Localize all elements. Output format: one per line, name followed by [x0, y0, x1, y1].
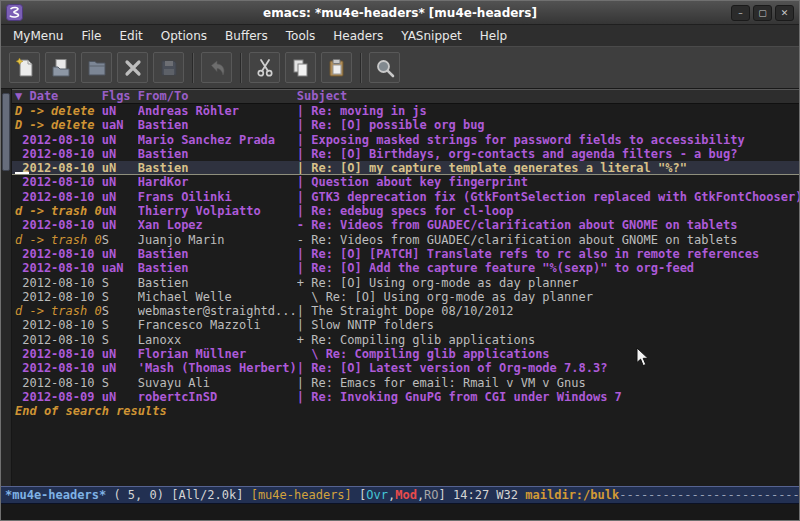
message-from: Bastien — [138, 276, 297, 290]
message-from: Bastien — [138, 261, 297, 275]
message-row[interactable]: 2012-08-10uaNBastien| Re: [O] Add the ca… — [12, 261, 799, 275]
maximize-button[interactable]: ▢ — [753, 5, 772, 21]
message-subject: | Slow NNTP folders — [297, 318, 799, 332]
headers-buffer: D -> deleteuNAndreas Röhler| Re: moving … — [12, 104, 799, 486]
modeline-position: ( 5, 0) [All/2.0k] — [106, 488, 251, 502]
message-row[interactable]: d -> trash 0Swebmaster@straightd...| The… — [12, 304, 799, 318]
menu-item-headers[interactable]: Headers — [324, 27, 392, 45]
dired-button[interactable] — [81, 52, 112, 83]
message-from: robertcInSD — [138, 390, 297, 404]
titlebar[interactable]: emacs: *mu4e-headers* [mu4e-headers] – ▢… — [1, 1, 799, 25]
paste-button[interactable] — [321, 52, 352, 83]
menu-item-buffers[interactable]: Buffers — [216, 27, 277, 45]
menu-item-edit[interactable]: Edit — [111, 27, 152, 45]
menu-item-file[interactable]: File — [72, 27, 110, 45]
message-from: Bastien — [138, 147, 297, 161]
message-row[interactable]: 2012-08-10SMichael Welle \ Re: [O] Using… — [12, 290, 799, 304]
header-column-subject[interactable]: Subject — [297, 90, 799, 103]
toolbar-separator — [192, 53, 194, 83]
scrollbar-thumb[interactable] — [2, 93, 10, 171]
menu-item-help[interactable]: Help — [471, 27, 516, 45]
header-column-date[interactable]: ▼ Date — [15, 90, 102, 103]
message-from: 'Mash (Thomas Herbert) — [138, 361, 297, 375]
search-icon — [374, 57, 396, 79]
message-row[interactable]: 2012-08-10uNBastien| Re: [O] [PATCH] Tra… — [12, 247, 799, 261]
minimize-button[interactable]: – — [731, 5, 750, 21]
message-subject: + Re: Compiling glib applications — [297, 333, 799, 347]
message-row[interactable]: 2012-08-10uNFrans Oilinki| GTK3 deprecat… — [12, 190, 799, 204]
message-from: Florian Müllner — [138, 347, 297, 361]
message-row[interactable]: 2012-08-10uNMario Sanchez Prada| Exposin… — [12, 133, 799, 147]
menu-item-yasnippet[interactable]: YASnippet — [392, 27, 471, 45]
message-flags: S — [102, 290, 138, 304]
new-file-icon — [14, 57, 36, 79]
message-subject: | Re: moving in js — [297, 104, 799, 118]
message-row[interactable]: 2012-08-10uNHardKor| Question about key … — [12, 175, 799, 189]
header-column-from[interactable]: From/To — [138, 90, 297, 103]
message-flags: uN — [102, 361, 138, 375]
message-subject: \ Re: [O] Using org-mode as day planner — [297, 290, 799, 304]
message-from: Andreas Röhler — [138, 104, 297, 118]
message-row[interactable]: 2012-08-10uNXan Lopez- Re: Videos from G… — [12, 218, 799, 232]
message-from: Michael Welle — [138, 290, 297, 304]
message-subject: | Re: [O] Add the capture feature "%(sex… — [297, 261, 799, 275]
message-row[interactable]: d -> trash 0uNThierry Volpiatto| Re: ede… — [12, 204, 799, 218]
toolbar-separator — [240, 53, 242, 83]
message-date: 2012-08-10 — [15, 190, 102, 204]
echo-area[interactable] — [1, 504, 799, 520]
cut-button[interactable] — [249, 52, 280, 83]
editor-area: ▼ Date Flgs From/To Subject D -> deleteu… — [1, 89, 799, 486]
copy-icon — [290, 57, 312, 79]
save-button[interactable] — [153, 52, 184, 83]
message-flags: S — [102, 333, 138, 347]
message-flags: S — [102, 318, 138, 332]
dired-icon — [86, 57, 108, 79]
window-controls: – ▢ ✕ — [731, 5, 794, 21]
menu-item-mymenu[interactable]: MyMenu — [4, 27, 72, 45]
message-date: 2012-08-10 — [15, 147, 102, 161]
new-file-button[interactable] — [9, 52, 40, 83]
header-column-flags[interactable]: Flgs — [102, 90, 138, 103]
message-date: 2012-08-10 — [15, 247, 102, 261]
message-subject: | Re: [O] Latest version of Org-mode 7.8… — [297, 361, 799, 375]
message-flags: uN — [102, 347, 138, 361]
message-row[interactable]: 2012-08-10uNBastien| Re: [O] Birthdays, … — [12, 147, 799, 161]
message-row[interactable]: d -> trash 0SJuanjo Marin- Re: Videos fr… — [12, 233, 799, 247]
menu-item-tools[interactable]: Tools — [277, 27, 325, 45]
message-from: Mario Sanchez Prada — [138, 133, 297, 147]
modeline-buffer-name: *mu4e-headers* — [5, 488, 106, 502]
message-row[interactable]: 2012-08-10SFrancesco Mazzoli| Slow NNTP … — [12, 318, 799, 332]
search-button[interactable] — [369, 52, 400, 83]
close-button[interactable]: ✕ — [775, 5, 794, 21]
message-row[interactable]: 2012-08-09uNrobertcInSD| Re: Invoking Gn… — [12, 390, 799, 404]
scrollbar[interactable] — [1, 89, 12, 486]
message-row[interactable]: D -> deleteuaNBastien| Re: [O] possible … — [12, 118, 799, 132]
message-flags: uN — [102, 161, 138, 174]
close-icon: ✕ — [781, 8, 789, 18]
message-mark: D -> delete — [15, 118, 102, 132]
undo-button[interactable] — [201, 52, 232, 83]
message-row[interactable]: 2012-08-10SLanoxx+ Re: Compiling glib ap… — [12, 333, 799, 347]
message-flags: uN — [102, 247, 138, 261]
mode-line[interactable]: *mu4e-headers* ( 5, 0) [All/2.0k] [mu4e-… — [1, 486, 799, 504]
toolbar-separator — [360, 53, 362, 83]
modeline-indicator-readonly: RO — [424, 488, 438, 502]
message-row[interactable]: 2012-08-10SBastien+ Re: [O] Using org-mo… — [12, 276, 799, 290]
message-flags: S — [102, 233, 138, 247]
emacs-window: emacs: *mu4e-headers* [mu4e-headers] – ▢… — [0, 0, 800, 521]
kill-buffer-button[interactable] — [117, 52, 148, 83]
message-from: HardKor — [138, 175, 297, 189]
message-row[interactable]: 2012-08-10uNBastien| Re: [O] my capture … — [12, 161, 799, 175]
message-row[interactable]: D -> deleteuNAndreas Röhler| Re: moving … — [12, 104, 799, 118]
message-row[interactable]: 2012-08-10uNFlorian Müllner \ Re: Compil… — [12, 347, 799, 361]
message-row[interactable]: 2012-08-10uN'Mash (Thomas Herbert)| Re: … — [12, 361, 799, 375]
open-file-button[interactable] — [45, 52, 76, 83]
copy-button[interactable] — [285, 52, 316, 83]
message-date: 2012-08-10 — [15, 261, 102, 275]
message-row[interactable]: 2012-08-10SSuvayu Ali| Re: Emacs for ema… — [12, 376, 799, 390]
modeline-bracket-open: [ — [352, 488, 366, 502]
menu-item-options[interactable]: Options — [152, 27, 216, 45]
message-flags: uN — [102, 190, 138, 204]
message-mark: D -> delete — [15, 104, 102, 118]
message-mark: d -> trash 0 — [15, 304, 102, 318]
